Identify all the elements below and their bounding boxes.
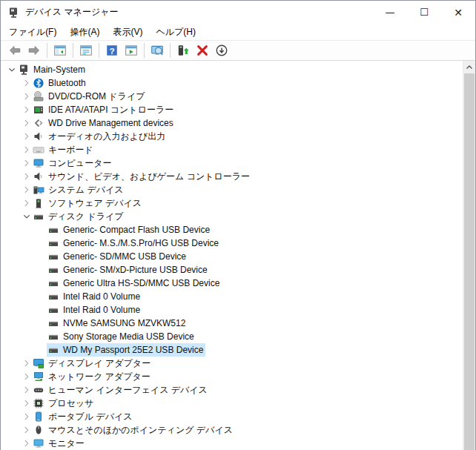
- chevron-right-icon[interactable]: [22, 397, 32, 409]
- maximize-button[interactable]: ☐: [407, 1, 441, 24]
- tree-item[interactable]: Generic- SM/xD-Picture USB Device: [1, 263, 463, 277]
- tree-item[interactable]: NVMe SAMSUNG MZVKW512: [1, 317, 463, 330]
- tree-item[interactable]: Intel Raid 0 Volume: [1, 290, 463, 303]
- minimize-button[interactable]: —: [373, 1, 407, 24]
- tree-item[interactable]: IDE ATA/ATAPI コントローラー: [1, 103, 463, 116]
- scroll-up-button[interactable]: [463, 61, 475, 73]
- tree-item[interactable]: ネットワーク アダプター: [1, 370, 463, 383]
- tree-item-content[interactable]: ネットワーク アダプター: [32, 370, 153, 383]
- chevron-right-icon[interactable]: [22, 424, 32, 436]
- tree-item[interactable]: Generic- SD/MMC USB Device: [1, 250, 463, 263]
- tree-item-content[interactable]: IDE ATA/ATAPI コントローラー: [32, 103, 176, 116]
- tree-item-content[interactable]: Bluetooth: [32, 76, 88, 90]
- tree-item[interactable]: サウンド、ビデオ、およびゲーム コントローラー: [1, 170, 463, 183]
- tree-item-label: プロセッサ: [48, 397, 93, 409]
- tree-item-content[interactable]: Generic Ultra HS-SD/MMC USB Device: [47, 277, 222, 290]
- tree-item-content[interactable]: ディスク ドライブ: [32, 210, 126, 223]
- tree-item[interactable]: ソフトウェア デバイス: [1, 196, 463, 210]
- tree-item-content[interactable]: モニター: [32, 437, 87, 450]
- tree-item-content[interactable]: Intel Raid 0 Volume: [47, 290, 142, 303]
- tree-item-content[interactable]: DVD/CD-ROM ドライブ: [32, 90, 147, 103]
- tree-item-content[interactable]: コンピューター: [32, 156, 113, 170]
- tree-item-content[interactable]: マウスとそのほかのポインティング デバイス: [32, 423, 235, 437]
- chevron-right-icon[interactable]: [22, 384, 32, 396]
- chevron-right-icon[interactable]: [22, 171, 32, 182]
- menu-item-file[interactable]: ファイル(F): [2, 24, 63, 41]
- export-list-button[interactable]: [122, 42, 140, 59]
- tree-item[interactable]: ディスク ドライブ: [1, 210, 463, 223]
- tree-item-content[interactable]: Generic- SD/MMC USB Device: [47, 250, 188, 263]
- tree-item[interactable]: Generic Ultra HS-SD/MMC USB Device: [1, 277, 463, 290]
- tree-item[interactable]: オーディオの入力および出力: [1, 130, 463, 143]
- menu-item-help[interactable]: ヘルプ(H): [149, 24, 202, 41]
- tree-item-content[interactable]: プロセッサ: [32, 397, 96, 410]
- console-tree-icon: [53, 44, 67, 57]
- tree-item[interactable]: WD My Passport 25E2 USB Device: [1, 343, 463, 357]
- tree-item-content[interactable]: ヒューマン インターフェイス デバイス: [32, 383, 210, 397]
- tree-item[interactable]: DVD/CD-ROM ドライブ: [1, 90, 463, 103]
- console-tree-button[interactable]: [51, 42, 69, 59]
- tree-item-content[interactable]: オーディオの入力および出力: [32, 130, 168, 143]
- tree-item-content[interactable]: WD Drive Management devices: [32, 116, 176, 130]
- chevron-right-icon[interactable]: [22, 130, 32, 142]
- tree-item[interactable]: Bluetooth: [1, 76, 463, 90]
- tree-item-content[interactable]: ソフトウェア デバイス: [32, 196, 144, 210]
- tree-item[interactable]: プロセッサ: [1, 397, 463, 410]
- tree-item-content[interactable]: Main-System: [17, 63, 87, 76]
- tree-item[interactable]: キーボード: [1, 143, 463, 156]
- tree-item[interactable]: コンピューター: [1, 156, 463, 170]
- update-driver-button[interactable]: [174, 42, 192, 59]
- tree-item-content[interactable]: Sony Storage Media USB Device: [47, 330, 196, 343]
- chevron-right-icon[interactable]: [22, 197, 32, 209]
- tree-item-content[interactable]: キーボード: [32, 143, 96, 156]
- chevron-right-icon[interactable]: [22, 371, 32, 383]
- chevron-right-icon[interactable]: [22, 411, 32, 423]
- tree-item-content[interactable]: Generic- SM/xD-Picture USB Device: [47, 263, 210, 277]
- chevron-down-icon[interactable]: [22, 211, 32, 222]
- tree-item[interactable]: モニター: [1, 437, 463, 450]
- vertical-scrollbar[interactable]: [463, 61, 475, 450]
- chevron-right-icon[interactable]: [22, 437, 32, 449]
- menu-item-action[interactable]: 操作(A): [63, 24, 106, 41]
- tree-item-content[interactable]: ポータブル デバイス: [32, 410, 135, 423]
- tree-item-content[interactable]: NVMe SAMSUNG MZVKW512: [47, 317, 188, 330]
- disable-device-button[interactable]: [213, 42, 231, 59]
- chevron-right-icon[interactable]: [22, 77, 32, 89]
- tree-item[interactable]: システム デバイス: [1, 183, 463, 196]
- chevron-right-icon[interactable]: [22, 144, 32, 156]
- tree-item-content[interactable]: Generic- Compact Flash USB Device: [47, 223, 212, 236]
- chevron-right-icon[interactable]: [22, 157, 32, 169]
- tree-item[interactable]: Main-System: [1, 63, 463, 76]
- scan-hardware-button[interactable]: [148, 42, 166, 59]
- close-button[interactable]: ✕: [441, 1, 475, 24]
- scrollbar-thumb[interactable]: [464, 73, 475, 450]
- tree-item[interactable]: マウスとそのほかのポインティング デバイス: [1, 423, 463, 437]
- chevron-right-icon[interactable]: [22, 357, 32, 369]
- chevron-right-icon[interactable]: [22, 184, 32, 196]
- tree-item-content[interactable]: ディスプレイ アダプター: [32, 357, 153, 370]
- tree-item-content[interactable]: Intel Raid 0 Volume: [47, 303, 142, 317]
- tree-item-content[interactable]: サウンド、ビデオ、およびゲーム コントローラー: [32, 170, 252, 183]
- chevron-down-icon[interactable]: [7, 64, 17, 76]
- tree-item[interactable]: Intel Raid 0 Volume: [1, 303, 463, 317]
- tree-item-content-selected[interactable]: WD My Passport 25E2 USB Device: [47, 343, 205, 357]
- tree-item[interactable]: Generic- Compact Flash USB Device: [1, 223, 463, 236]
- forward-button[interactable]: [25, 42, 43, 59]
- properties-button[interactable]: [77, 42, 95, 59]
- tree-item[interactable]: Sony Storage Media USB Device: [1, 330, 463, 343]
- back-button[interactable]: [6, 42, 24, 59]
- chevron-right-icon[interactable]: [22, 117, 32, 129]
- tree-item[interactable]: Generic- M.S./M.S.Pro/HG USB Device: [1, 236, 463, 250]
- help-button[interactable]: ?: [103, 42, 121, 59]
- tree-item[interactable]: ポータブル デバイス: [1, 410, 463, 423]
- tree-item[interactable]: WD Drive Management devices: [1, 116, 463, 130]
- tree-item[interactable]: ディスプレイ アダプター: [1, 357, 463, 370]
- tree-item-content[interactable]: システム デバイス: [32, 183, 126, 196]
- tree-item-label: Generic- SM/xD-Picture USB Device: [63, 264, 208, 276]
- chevron-right-icon[interactable]: [22, 104, 32, 116]
- uninstall-button[interactable]: [194, 42, 211, 59]
- tree-item-content[interactable]: Generic- M.S./M.S.Pro/HG USB Device: [47, 236, 221, 250]
- menu-item-view[interactable]: 表示(V): [106, 24, 149, 41]
- chevron-right-icon[interactable]: [22, 90, 32, 102]
- tree-item[interactable]: ヒューマン インターフェイス デバイス: [1, 383, 463, 397]
